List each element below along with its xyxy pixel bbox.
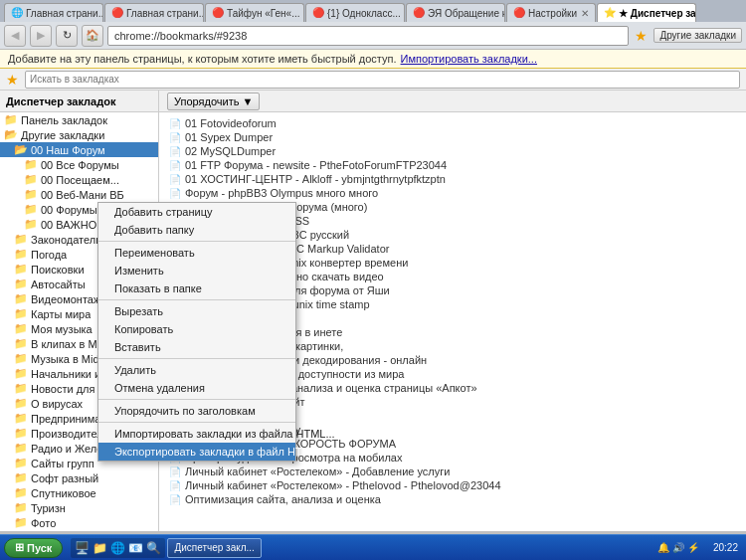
organize-dropdown-menu: Добавить страницу Добавить папку Переиме… <box>97 202 296 462</box>
back-button[interactable]: ◀ <box>4 25 26 47</box>
folder-icon-music: 📁 <box>14 322 28 335</box>
folder-item-tourism[interactable]: 📁 Туризн <box>0 500 158 515</box>
folder-icon-weather: 📁 <box>14 248 28 261</box>
page-icon-27: 📄 <box>169 480 181 491</box>
taskbar-icon-2: 📁 <box>93 541 107 555</box>
tab-6[interactable]: 🔴 Настройки ✕ <box>506 3 596 22</box>
menu-copy[interactable]: Копировать <box>98 320 295 338</box>
tab-6-close[interactable]: ✕ <box>581 8 589 19</box>
taskbar-items: 🖥️ 📁 🌐 📧 🔍 Диспетчер закл... <box>67 538 652 558</box>
bookmark-1[interactable]: 📄 01 Fotovideoforum <box>167 116 738 130</box>
menu-add-folder[interactable]: Добавить папку <box>98 221 295 239</box>
tab-5[interactable]: 🔴 ЭЯ Обращение к... ✕ <box>406 3 505 22</box>
folder-icon-our-forum: 📂 <box>14 143 28 156</box>
clock: 20:22 <box>705 542 746 553</box>
tab-6-icon: 🔴 <box>513 7 525 19</box>
menu-rename[interactable]: Переименовать <box>98 244 295 262</box>
start-icon: ⊞ <box>15 541 24 554</box>
tab-2[interactable]: 🔴 Главная страни... ✕ <box>104 3 204 22</box>
search-input[interactable] <box>25 71 740 89</box>
tab-1-icon: 🌐 <box>11 7 23 19</box>
menu-divider-5 <box>98 422 295 423</box>
menu-undo-delete[interactable]: Отмена удаления <box>98 379 295 397</box>
bookmark-5[interactable]: 📄 01 ХОСТИНГ-ЦЕНТР - Alkloff - ybmjntgth… <box>167 172 738 186</box>
bookmark-3[interactable]: 📄 02 MySQLDumper <box>167 144 738 158</box>
folder-icon-search: 📁 <box>14 263 28 276</box>
bookmark-4[interactable]: 📄 01 FTP Форума - newsite - PtheFotoForu… <box>167 158 738 172</box>
folder-icon-enterprise: 📁 <box>14 412 28 425</box>
folder-icon-all-forums: 📁 <box>24 158 38 171</box>
browser-window: 🌐 Главная страни... ✕ 🔴 Главная страни..… <box>0 0 746 534</box>
page-icon-2: 📄 <box>169 132 181 143</box>
sidebar-title: Диспетчер закладок <box>0 91 159 111</box>
menu-sort-by-title[interactable]: Упорядочить по заголовкам <box>98 402 295 420</box>
taskbar-icon-3: 🌐 <box>110 541 125 555</box>
folder-icon-panel: 📁 <box>4 113 18 126</box>
folder-item-soft[interactable]: 📁 Софт разный <box>0 470 158 485</box>
content-area: 📁 Панель закладок 📂 Другие закладки 📂 00… <box>0 112 746 531</box>
menu-divider-3 <box>98 358 295 359</box>
bookmark-26[interactable]: 📄 Личный кабинет «Ростелеком» - Добавлен… <box>167 465 738 478</box>
panel-toolbar: Упорядочить ▼ <box>159 91 268 112</box>
page-icon-1: 📄 <box>169 118 181 129</box>
tab-1[interactable]: 🌐 Главная страни... ✕ <box>4 3 103 22</box>
tab-4[interactable]: 🔴 {1} Однокласс... ✕ <box>305 3 405 22</box>
menu-paste[interactable]: Вставить <box>98 338 295 356</box>
home-button[interactable]: 🏠 <box>82 25 103 47</box>
tab-3[interactable]: 🔴 Тайфун «Ген«... ✕ <box>205 3 304 22</box>
bookmark-2[interactable]: 📄 01 Sypex Dumper <box>167 130 738 144</box>
folder-item-visit[interactable]: 📁 00 Посещаем... <box>0 172 158 187</box>
address-bar[interactable] <box>107 26 629 46</box>
bookmark-toolbar: ★ <box>0 69 746 91</box>
taskbar-item-dispatcher[interactable]: Диспетчер закл... <box>167 538 262 558</box>
folder-item-panel[interactable]: 📁 Панель закладок <box>0 112 158 127</box>
start-button[interactable]: ⊞ Пуск <box>4 538 63 558</box>
folder-item-photo[interactable]: 📁 Фото <box>0 515 158 530</box>
forward-button[interactable]: ▶ <box>30 25 52 47</box>
folder-item-webmoney[interactable]: 📁 00 Веб-Мани ВБ <box>0 187 158 202</box>
other-bookmarks-button[interactable]: Другие закладки <box>653 28 742 43</box>
menu-import-html[interactable]: Импортировать закладки из файла HTML... <box>98 425 295 443</box>
taskbar-icon-4: 📧 <box>128 541 143 555</box>
info-bar: Добавите на эту панель страницы, к котор… <box>0 50 746 69</box>
tab-bar: 🌐 Главная страни... ✕ 🔴 Главная страни..… <box>0 0 746 22</box>
bookmark-star[interactable]: ★ <box>635 28 648 44</box>
menu-add-page[interactable]: Добавить страницу <box>98 203 295 221</box>
folder-icon-laws: 📁 <box>14 233 28 246</box>
folder-item-satellite[interactable]: 📁 Спутниковое <box>0 485 158 500</box>
folder-item-all-forums[interactable]: 📁 00 Все Форумы <box>0 157 158 172</box>
taskbar-tray: 🔔 🔊 ⚡ <box>652 542 705 553</box>
folder-item-our-forum[interactable]: 📂 00 Наш Форум <box>0 142 158 157</box>
tray-icon-1: 🔔 <box>657 542 669 553</box>
bookmark-28[interactable]: 📄 Оптимизация сайта, анализа и оценка <box>167 492 738 506</box>
menu-show-folder[interactable]: Показать в папке <box>98 280 295 297</box>
tray-icon-3: ⚡ <box>687 542 699 553</box>
tab-2-icon: 🔴 <box>111 7 123 19</box>
menu-export-html[interactable]: Экспортировать закладки в файл HTML... <box>98 443 295 461</box>
taskbar-icon-5: 🔍 <box>146 541 161 555</box>
folder-icon-clips: 📁 <box>14 337 28 350</box>
folder-icon-soft: 📁 <box>14 471 28 484</box>
tab-7-icon: ⭐ <box>604 7 616 19</box>
folder-icon-tourism: 📁 <box>14 501 28 514</box>
tab-7[interactable]: ⭐ ★ Диспетчер закл... ✕ <box>597 3 696 22</box>
folder-icon-manufacturers: 📁 <box>14 427 28 440</box>
page-icon-5: 📄 <box>169 174 181 185</box>
taskbar-icon-1: 🖥️ <box>75 541 90 555</box>
menu-divider-4 <box>98 399 295 400</box>
page-icon-28: 📄 <box>169 494 181 505</box>
menu-delete[interactable]: Удалить <box>98 361 295 379</box>
organize-button[interactable]: Упорядочить ▼ <box>167 93 260 110</box>
import-bookmarks-link[interactable]: Импортировать закладки... <box>401 53 537 65</box>
folder-item-other[interactable]: 📂 Другие закладки <box>0 127 158 142</box>
bookmark-6[interactable]: 📄 Форум - phpBB3 Olympus много много <box>167 186 738 200</box>
bookmark-27[interactable]: 📄 Личный кабинет «Ростелеком» - Pthelovo… <box>167 478 738 492</box>
tab-3-icon: 🔴 <box>212 7 224 19</box>
reload-button[interactable]: ↻ <box>56 25 78 47</box>
info-bar-text: Добавите на эту панель страницы, к котор… <box>8 53 397 65</box>
folder-icon-chiefs: 📁 <box>14 367 28 380</box>
menu-edit[interactable]: Изменить <box>98 262 295 280</box>
menu-cut[interactable]: Вырезать <box>98 302 295 320</box>
folder-icon-midi: 📁 <box>14 352 28 365</box>
folder-icon-forums-mo: 📁 <box>24 203 38 216</box>
